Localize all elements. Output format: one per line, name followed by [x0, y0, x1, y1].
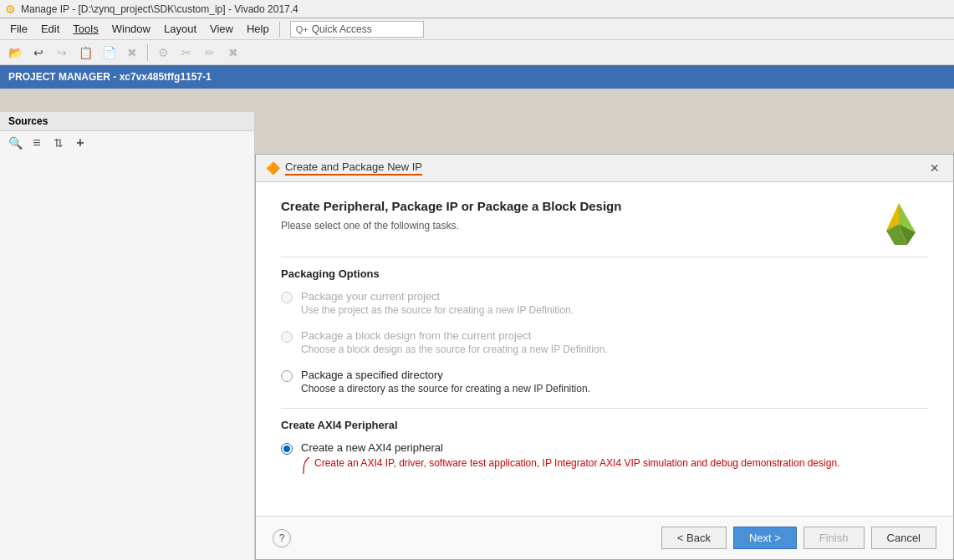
dialog-main-title: Create Peripheral, Package IP or Package… — [281, 199, 928, 213]
toolbar-paste[interactable]: 📄 — [99, 43, 119, 63]
packaging-section-title: Packaging Options — [281, 267, 928, 280]
vivado-logo-svg — [870, 199, 928, 257]
toolbar-cut[interactable]: ✂ — [176, 43, 196, 63]
menu-file[interactable]: File — [3, 21, 34, 37]
menu-separator — [279, 22, 280, 37]
main-area: Sources 🔍 ≡ ⇅ + 🔶 Create and Package New… — [0, 89, 954, 560]
sources-sort-btn[interactable]: ⇅ — [50, 135, 67, 151]
dialog-subtitle: Please select one of the following tasks… — [281, 220, 928, 232]
finish-button[interactable]: Finish — [804, 527, 865, 549]
radio-label-group-axi4: Create a new AXI4 peripheral Create an A… — [301, 441, 839, 469]
radio-desc-pkg-block: Choose a block design as the source for … — [301, 344, 608, 355]
search-icon: Q+ — [296, 24, 309, 34]
menu-tools[interactable]: Tools — [66, 21, 105, 37]
dialog-content: Create Peripheral, Package IP or Package… — [256, 182, 953, 516]
dialog-close-button[interactable]: ✕ — [926, 160, 943, 176]
radio-option-pkg-dir: Package a specified directory Choose a d… — [281, 369, 928, 395]
packaging-divider — [281, 257, 928, 257]
radio-desc-pkg-dir: Choose a directory as the source for cre… — [301, 383, 590, 395]
radio-label-pkg-project: Package your current project — [301, 290, 574, 303]
menu-layout[interactable]: Layout — [157, 21, 203, 37]
sources-filter-btn[interactable]: ≡ — [28, 135, 45, 151]
footer-buttons: < Back Next > Finish Cancel — [661, 527, 936, 549]
dialog-title-bar: 🔶 Create and Package New IP ✕ — [256, 155, 953, 182]
back-button[interactable]: < Back — [661, 527, 727, 549]
radio-label-group-pkg-project: Package your current project Use the pro… — [301, 290, 574, 316]
project-manager-bar: PROJECT MANAGER - xc7vx485tffg1157-1 — [0, 65, 954, 89]
axi4-divider — [281, 408, 928, 409]
radio-btn-axi4[interactable] — [281, 443, 293, 455]
radio-option-pkg-block: Package a block design from the current … — [281, 329, 928, 355]
toolbar-open[interactable]: 📂 — [5, 43, 25, 63]
dialog: 🔶 Create and Package New IP ✕ — [255, 154, 954, 560]
project-manager-label: PROJECT MANAGER - xc7vx485tffg1157-1 — [8, 71, 212, 83]
radio-desc-pkg-project: Use the project as the source for creati… — [301, 304, 574, 316]
radio-btn-pkg-block[interactable] — [281, 331, 293, 343]
quick-access-field[interactable]: Q+ Quick Access — [290, 21, 424, 38]
toolbar-remove[interactable]: ✖ — [223, 43, 243, 63]
menu-bar: File Edit Tools Window Layout View Help … — [0, 18, 954, 40]
radio-btn-pkg-dir[interactable] — [281, 370, 293, 382]
toolbar-settings[interactable]: ⚙ — [153, 43, 173, 63]
sources-label: Sources — [8, 115, 48, 127]
app-icon: ⚙ — [5, 3, 16, 16]
toolbar-sep1 — [147, 44, 148, 61]
radio-label-group-pkg-block: Package a block design from the current … — [301, 329, 608, 355]
help-button[interactable]: ? — [273, 529, 291, 547]
sources-add-btn[interactable]: + — [72, 135, 89, 151]
toolbar-redo[interactable]: ↪ — [52, 43, 72, 63]
dialog-footer: ? < Back Next > Finish Cancel — [256, 516, 953, 559]
axi4-desc-wrap: Create an AXI4 IP, driver, software test… — [301, 457, 839, 469]
help-icon[interactable]: ? — [273, 529, 291, 547]
left-panel: Sources 🔍 ≡ ⇅ + — [0, 112, 255, 560]
vivado-logo-area — [870, 199, 928, 257]
toolbar-edit[interactable]: ✏ — [200, 43, 220, 63]
menu-view[interactable]: View — [203, 21, 240, 37]
sources-search-btn[interactable]: 🔍 — [7, 135, 23, 151]
toolbar-delete[interactable]: ✖ — [122, 43, 142, 63]
title-bar: ⚙ Manage IP - [D:\zynq_project\SDK\custo… — [0, 0, 954, 18]
toolbar: 📂 ↩ ↪ 📋 📄 ✖ ⚙ ✂ ✏ ✖ — [0, 40, 954, 65]
dialog-title-icon: 🔶 — [266, 161, 280, 175]
radio-label-pkg-dir: Package a specified directory — [301, 369, 590, 381]
menu-help[interactable]: Help — [240, 21, 276, 37]
radio-label-group-pkg-dir: Package a specified directory Choose a d… — [301, 369, 590, 395]
axi4-desc: Create an AXI4 IP, driver, software test… — [314, 457, 839, 469]
next-button[interactable]: Next > — [733, 527, 797, 549]
sources-header: Sources — [0, 112, 254, 131]
quick-access-label: Quick Access — [312, 23, 372, 35]
radio-label-pkg-block: Package a block design from the current … — [301, 329, 608, 342]
radio-option-pkg-project: Package your current project Use the pro… — [281, 290, 928, 316]
radio-option-axi4: Create a new AXI4 peripheral Create an A… — [281, 441, 928, 469]
axi4-section-title: Create AXI4 Peripheral — [281, 419, 928, 431]
window-title: Manage IP - [D:\zynq_project\SDK\custom_… — [21, 3, 298, 15]
radio-label-axi4: Create a new AXI4 peripheral — [301, 441, 839, 454]
radio-btn-pkg-project[interactable] — [281, 292, 293, 303]
menu-edit[interactable]: Edit — [34, 21, 66, 37]
toolbar-copy[interactable]: 📋 — [75, 43, 95, 63]
cancel-button[interactable]: Cancel — [871, 527, 936, 549]
axi4-curve-svg — [301, 457, 313, 474]
sources-toolbar: 🔍 ≡ ⇅ + — [0, 131, 254, 155]
dialog-title: Create and Package New IP — [285, 160, 422, 176]
dialog-title-left: 🔶 Create and Package New IP — [266, 160, 422, 176]
menu-window[interactable]: Window — [105, 21, 157, 37]
toolbar-undo[interactable]: ↩ — [28, 43, 48, 63]
